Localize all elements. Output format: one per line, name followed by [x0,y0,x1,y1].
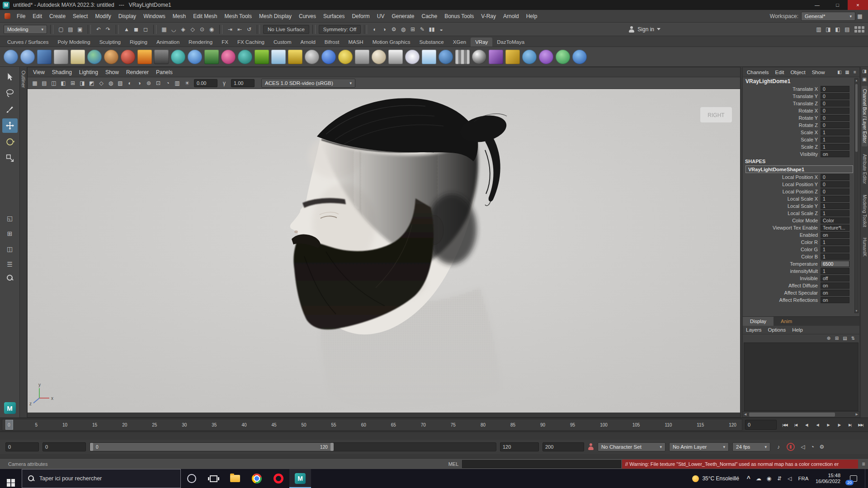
animation-end-field[interactable]: 200 [542,442,584,451]
paint-select-tool-button[interactable] [2,102,18,117]
fluid-shelf-icon[interactable] [188,50,202,64]
nurbs-sphere-shelf-icon[interactable] [4,50,18,64]
clock[interactable]: 15:48 16/06/2022 [812,473,844,484]
lightning-shelf-icon[interactable] [288,50,302,64]
current-time-field[interactable]: 0 [745,420,777,430]
divider-grip[interactable] [257,25,260,34]
divider-grip[interactable] [88,25,91,34]
channel-value-field[interactable]: 1 [821,253,849,260]
fire-shelf-icon[interactable] [137,50,152,64]
gamma-icon[interactable]: γ [220,79,229,88]
render-camera-shelf-icon[interactable] [489,50,503,64]
film-gate-icon[interactable]: ▤ [40,79,49,88]
network-icon[interactable]: ⇵ [774,469,784,488]
channel-box-menu-item[interactable]: Object [787,67,808,77]
channel-value-field[interactable]: 1 [821,239,849,245]
undo-icon[interactable]: ↶ [94,25,103,34]
colorspace-dropdown[interactable]: ACES 1.0 SDR-video (sRGB) [261,79,355,88]
sky-plane-shelf-icon[interactable] [422,50,436,64]
lasso-tool-button[interactable] [2,86,18,100]
minimize-button[interactable]: — [807,0,827,10]
viewport-menu-item[interactable]: View [29,67,48,77]
symmetry-field[interactable]: Symmetry: Off [319,25,361,34]
workspace-dropdown[interactable]: General* [801,12,855,21]
burst-shelf-icon[interactable] [405,50,420,64]
weather-widget[interactable]: 35°C Ensoleillé [688,469,744,488]
maya-taskbar-button[interactable]: M [289,469,311,488]
scale-tool-button[interactable] [2,151,18,165]
grid-icon[interactable]: ▦ [30,79,39,88]
ui-toggle-modeling-toolkit-icon[interactable]: ▥ [814,25,823,34]
channel-value-field[interactable]: 1 [821,129,849,136]
menu-item[interactable]: V-Ray [477,10,500,22]
channel-box-menu-item[interactable]: Channels [744,67,772,77]
split-pane-layout-icon[interactable]: ◫ [2,243,18,255]
select-tool-button[interactable] [2,70,18,84]
play-forward-button[interactable]: ▶ [823,419,834,430]
four-pane-layout-icon[interactable]: ⊞ [2,228,18,239]
outliner-panel-tab[interactable]: Outliner [20,67,27,418]
task-view-button[interactable] [203,469,224,488]
channel-value-field[interactable]: 6500 [821,261,849,267]
channel-box-menu-item[interactable]: Show [809,67,828,77]
ipr-render-icon[interactable]: ◑ [380,25,389,34]
channel-value-field[interactable]: 0 [821,93,849,99]
notes-shelf-icon[interactable] [71,50,85,64]
close-button[interactable]: × [848,0,868,10]
channel-value-field[interactable]: 1 [821,144,849,150]
divider-grip[interactable] [364,25,367,34]
channel-value-field[interactable]: 1 [821,210,849,216]
paint-effects-icon[interactable]: ✎ [418,25,427,34]
use-all-lights-icon[interactable]: ◐ [125,79,134,88]
hypershade-icon[interactable]: ◍ [399,25,408,34]
channel-value-field[interactable]: on [821,232,849,238]
file-explorer-button[interactable] [224,469,246,488]
character-set-icon[interactable] [588,443,594,450]
zoom-tool-button[interactable] [2,272,18,284]
dots-shelf-icon[interactable] [556,50,570,64]
menu-item[interactable]: Surfaces [320,10,348,22]
checker-sphere-shelf-icon[interactable] [472,50,486,64]
sidebar-panel-tab[interactable]: HumanIK [862,235,868,260]
menu-item[interactable]: Windows [140,10,169,22]
start-button[interactable] [0,469,22,488]
shelf-tab[interactable]: Arnold [296,38,320,47]
shelf-tab[interactable]: Poly Modeling [53,38,94,47]
channel-hyper-icon[interactable]: ≡ [851,69,859,76]
shelf-tab[interactable]: FX Caching [233,38,269,47]
channel-manip-icon[interactable]: ▦ [844,69,851,76]
anti-alias-icon[interactable]: ⊡ [154,79,163,88]
input-connections-icon[interactable]: ⇥ [226,25,235,34]
playback-start-field[interactable]: 0 [42,442,86,451]
divider-grip[interactable] [50,25,53,34]
layer-list[interactable] [744,343,859,411]
tree-shelf-icon[interactable] [204,50,219,64]
animation-preferences-icon[interactable]: ⚙ [817,442,826,451]
selected-object-name[interactable]: VRayLightDome1 [743,77,859,85]
new-render-layer-icon[interactable]: ⊞ [833,335,840,342]
range-end-handle[interactable] [330,443,334,451]
new-scene-icon[interactable]: ▢ [57,25,66,34]
menu-item[interactable]: File [13,10,29,22]
channel-value-field[interactable]: 1 [821,246,849,253]
antivirus-icon[interactable]: ◉ [764,469,774,488]
maximize-button[interactable]: □ [827,0,848,10]
playback-speed-icon[interactable]: ◔ [808,442,817,451]
live-surface-field[interactable]: No Live Surface [263,25,309,34]
menu-set-dropdown[interactable]: Modeling [4,25,47,34]
go-to-end-button[interactable]: ▶▶| [855,419,866,430]
script-editor-icon[interactable]: ≡ [859,460,868,469]
channel-value-field[interactable]: 0 [821,115,849,121]
action-center-button[interactable]: 20 [844,469,863,488]
divider-grip[interactable] [153,25,156,34]
layer-editor-menu-item[interactable]: Layers [743,326,765,334]
render-settings-icon[interactable]: ⚙ [389,25,398,34]
channel-value-field[interactable]: 1 [821,196,849,202]
go-to-start-button[interactable]: |◀◀ [779,419,790,430]
node-editor-icon[interactable]: ⊞ [408,25,417,34]
make-live-icon[interactable]: ◉ [207,25,216,34]
photo-shelf-icon[interactable] [522,50,537,64]
divider-grip[interactable] [116,25,119,34]
output-connections-icon[interactable]: ⇤ [235,25,244,34]
fps-dropdown[interactable]: 24 fps [732,442,770,451]
